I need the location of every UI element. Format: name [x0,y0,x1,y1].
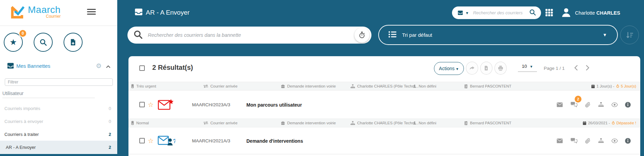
actions-button[interactable]: Actions▼ [434,62,464,75]
bannette-filter-input[interactable] [5,78,113,86]
select-all-checkbox[interactable] [139,65,145,71]
bannettes-panel-header: Mes Bannettes ⚙ [7,62,112,70]
inbox-icon [134,7,143,18]
follow-star-icon[interactable]: ☆ [148,101,154,109]
logo-subtitle: Courrier [46,14,60,19]
workflow-icon[interactable] [597,137,604,144]
next-section-header[interactable] [0,154,117,156]
meta-nature: Courrier arrivée [203,82,238,90]
person-icon [413,121,417,125]
mail-envelope-icon[interactable] [556,101,563,108]
previous-page-icon[interactable] [574,65,578,72]
priority-label: Très urgent [136,84,156,88]
page-title: AR - A Envoyer [146,9,190,16]
sort-direction-button[interactable] [620,26,639,44]
print-button[interactable] [494,62,507,75]
mail-row[interactable]: ☆ ? MAARCH/2021A/3 Demande d'interventio… [128,127,640,154]
urgent-mail-icon[interactable] [158,99,174,112]
mail-reference: MAARCH/2023A/3 [192,102,230,107]
search-button[interactable] [34,33,53,52]
printer-icon [498,65,504,71]
info-icon[interactable] [624,101,631,108]
sidebar-item-ar-a-envoyer[interactable]: AR - A Envoyer 2 [0,141,117,154]
search-icon [39,38,47,46]
bannette-search-bar [127,27,371,44]
new-document-button[interactable] [64,33,83,52]
sidebar-item-label: AR - A Envoyer [6,145,36,150]
attachment-icon[interactable] [584,101,591,108]
doctype-label: Demande intervention voirie [287,121,336,125]
notes-count-badge: 2 [575,96,581,103]
quick-search-input[interactable] [473,10,529,15]
mail-row[interactable]: ☆ MAARCH/2023A/3 Mon parcours utilisateu… [128,91,640,119]
bannette-search-input[interactable] [148,32,354,38]
caret-down-icon: ▼ [530,65,533,68]
bannette-group-label: Utilisateur [2,91,95,98]
maarch-courrier-app: Maarch Courrier ★ 0 [0,0,644,156]
meta-entity: Charlotte CHARLES (Pôle Techni... [350,82,418,90]
recipient-label: Bernard PASCONTENT [470,121,511,125]
meta-doctype: Demande intervention voirie [281,119,336,127]
forward-icon [469,65,475,71]
gear-icon[interactable]: ⚙ [96,62,102,70]
info-icon[interactable] [624,137,631,144]
sidebar-item-courriers-a-envoyer[interactable]: Courriers à envoyer 0 [0,115,117,128]
sitemap-icon [350,84,355,89]
svg-text:?: ? [173,138,175,144]
list-icon [388,31,397,39]
sidebar-item-courriers-a-traiter[interactable]: Courriers à traiter 2 [0,128,117,141]
page-indicator: Page 1 / 1 [544,66,565,71]
sort-dropdown[interactable]: Tri par défaut ▼ [378,25,618,45]
preview-eye-icon[interactable] [611,137,618,144]
page-size-value: 10 [522,64,527,69]
meta-priority: Très urgent [131,82,156,90]
search-history-button[interactable] [354,28,369,43]
user-last-name: CHARLES [596,10,620,16]
chevron-down-icon[interactable]: ▼ [465,11,469,15]
row-checkbox[interactable] [139,102,145,107]
attachment-icon[interactable] [584,137,591,144]
page-size-select[interactable]: 10▼ [518,64,537,72]
chevron-up-icon[interactable] [106,63,110,69]
search-scope-icon[interactable] [457,10,463,16]
sidebar-item-count: 0 [109,119,111,124]
calendar-icon [591,84,595,89]
meta-dates: 1 Jour(s) - 5 Jour(s) [591,82,636,90]
user-avatar-icon[interactable] [560,7,572,20]
quick-search-bar: ▼ [452,6,541,19]
row-checkbox[interactable] [139,138,145,143]
swap-arrows-icon [203,121,208,125]
meta-recipient: Bernard PASCONTENT [464,119,511,127]
entity-label: Charlotte CHARLES (Pôle Techni... [357,84,418,88]
mail-envelope-icon[interactable] [556,137,563,144]
followed-mails-button[interactable]: ★ 0 [4,33,23,52]
meta-sender: Non défini [413,82,436,90]
delay-alert-label: Dépassée ! [616,121,636,125]
stopwatch-icon [611,121,615,125]
maarch-logo-icon [10,4,26,20]
address-book-icon [464,121,468,125]
follow-star-icon[interactable]: ☆ [148,137,154,145]
workflow-icon[interactable] [597,101,604,108]
export-button[interactable] [466,62,478,75]
actions-button-label: Actions [439,66,455,71]
nature-label: Courrier arrivée [210,84,238,88]
search-icon[interactable] [529,9,536,17]
stopwatch-icon [616,84,620,88]
summary-sheet-button[interactable] [480,62,492,75]
sort-selected-value: Tri par défaut [402,32,432,38]
current-user-name[interactable]: CharlotteCHARLES [575,10,620,16]
sidebar-item-label: Courriers à traiter [4,132,39,137]
notes-icon[interactable] [571,137,577,144]
notes-icon[interactable]: 2 [571,101,577,108]
meta-sender: Non défini [413,119,436,127]
preview-eye-icon[interactable] [611,101,618,108]
sidebar-item-courriels-importes[interactable]: Courriels importés 0 [0,102,117,115]
apps-grid-icon[interactable] [545,8,554,18]
menu-toggle-icon[interactable] [87,9,96,15]
next-page-icon[interactable] [585,65,590,72]
sidebar-item-count: 2 [109,132,111,137]
file-download-icon [484,65,489,71]
mail-with-user-icon[interactable]: ? [158,135,175,148]
process-limit-label: 1 Jour(s) - [596,84,614,88]
